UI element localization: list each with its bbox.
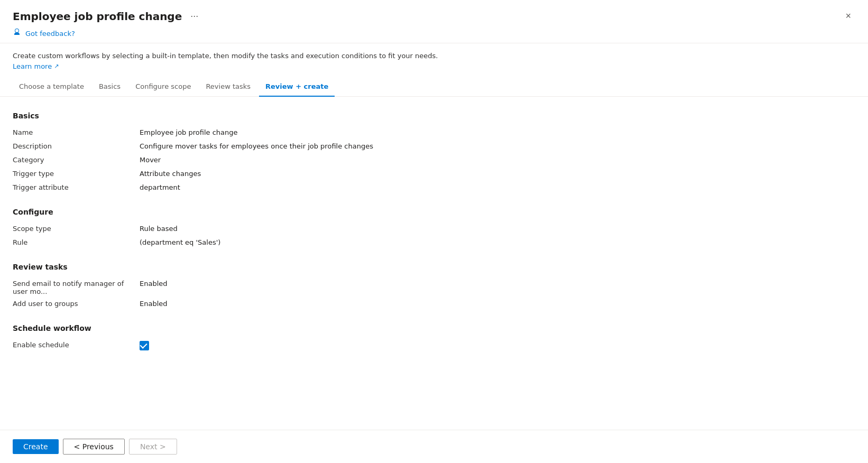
review-tasks-table: Send email to notify manager of user mo.… [13, 277, 855, 311]
previous-button[interactable]: < Previous [63, 439, 125, 455]
table-row: Scope type Rule based [13, 223, 855, 236]
table-row: Rule (department eq 'Sales') [13, 236, 855, 250]
scope-type-label: Scope type [13, 225, 140, 233]
tab-review-create[interactable]: Review + create [259, 77, 335, 97]
trigger-type-label: Trigger type [13, 170, 140, 178]
tabs-container: Choose a template Basics Configure scope… [0, 77, 868, 97]
panel-footer: Create < Previous Next > [0, 430, 868, 463]
table-row: Add user to groups Enabled [13, 298, 855, 311]
tab-configure-scope[interactable]: Configure scope [129, 77, 197, 97]
feedback-link[interactable]: Got feedback? [25, 30, 75, 38]
tab-choose-template[interactable]: Choose a template [13, 77, 90, 97]
enable-schedule-label: Enable schedule [13, 341, 140, 349]
trigger-attr-label: Trigger attribute [13, 183, 140, 191]
ellipsis-button[interactable]: ··· [187, 10, 201, 23]
scope-type-value: Rule based [140, 225, 178, 233]
description-text: Create custom workflows by selecting a b… [13, 52, 855, 60]
add-user-value: Enabled [140, 300, 168, 308]
table-row: Name Employee job profile change [13, 126, 855, 140]
external-link-icon: ↗ [54, 63, 59, 70]
table-row: Send email to notify manager of user mo.… [13, 277, 855, 298]
trigger-attr-value: department [140, 183, 180, 191]
feedback-bar: Got feedback? [0, 24, 868, 43]
table-row: Enable schedule [13, 339, 855, 353]
rule-value: (department eq 'Sales') [140, 238, 220, 246]
table-row: Category Mover [13, 154, 855, 168]
table-row: Trigger type Attribute changes [13, 168, 855, 181]
category-label: Category [13, 156, 140, 164]
title-row: Employee job profile change ··· [13, 10, 201, 23]
tab-basics[interactable]: Basics [93, 77, 127, 97]
name-value: Employee job profile change [140, 128, 238, 136]
feedback-icon [13, 28, 21, 39]
panel-header: Employee job profile change ··· × [0, 0, 868, 24]
learn-more-link[interactable]: Learn more ↗ [13, 62, 59, 70]
enable-schedule-checkbox[interactable] [140, 341, 149, 350]
close-button[interactable]: × [841, 8, 855, 24]
schedule-table: Enable schedule [13, 339, 855, 353]
enable-schedule-checkbox-container [140, 341, 149, 350]
category-value: Mover [140, 156, 161, 164]
configure-table: Scope type Rule based Rule (department e… [13, 223, 855, 250]
description-label: Description [13, 142, 140, 150]
schedule-workflow-heading: Schedule workflow [13, 324, 855, 332]
description-value: Configure mover tasks for employees once… [140, 142, 373, 150]
basics-table: Name Employee job profile change Descrip… [13, 126, 855, 195]
configure-heading: Configure [13, 208, 855, 216]
next-button: Next > [129, 439, 177, 455]
add-user-label: Add user to groups [13, 300, 140, 308]
send-email-label: Send email to notify manager of user mo.… [13, 280, 140, 295]
rule-label: Rule [13, 238, 140, 246]
main-content: Basics Name Employee job profile change … [0, 97, 868, 430]
tab-review-tasks[interactable]: Review tasks [199, 77, 257, 97]
page-title: Employee job profile change [13, 10, 182, 23]
panel: Employee job profile change ··· × Got fe… [0, 0, 868, 463]
description-section: Create custom workflows by selecting a b… [0, 43, 868, 72]
review-tasks-heading: Review tasks [13, 263, 855, 271]
table-row: Trigger attribute department [13, 181, 855, 195]
send-email-value: Enabled [140, 280, 168, 288]
table-row: Description Configure mover tasks for em… [13, 140, 855, 154]
create-button[interactable]: Create [13, 439, 59, 454]
name-label: Name [13, 128, 140, 136]
trigger-type-value: Attribute changes [140, 170, 201, 178]
basics-heading: Basics [13, 112, 855, 120]
